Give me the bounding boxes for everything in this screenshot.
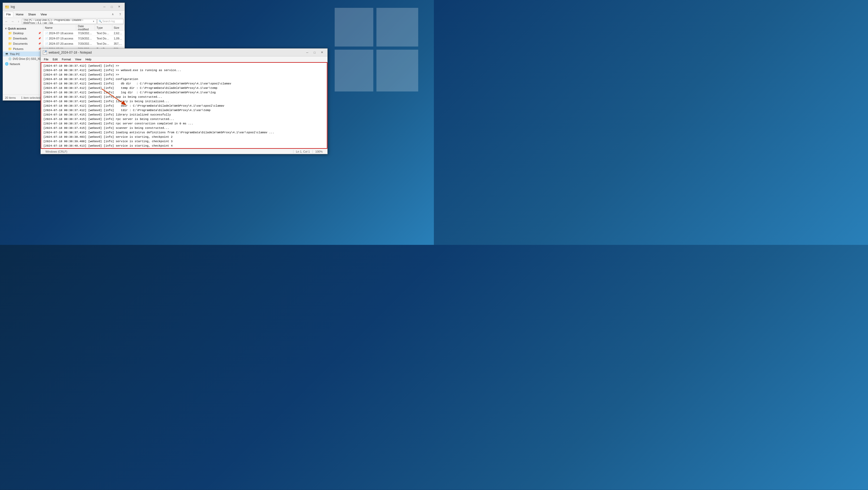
quick-access-header[interactable]: ∨ Quick access <box>3 26 43 31</box>
search-icon: 🔍 <box>99 20 102 23</box>
notepad-position: Ln 1, Col 1 <box>293 150 312 153</box>
nav-up-button[interactable]: ↑ <box>16 19 21 24</box>
sidebar-downloads-label: Downloads <box>13 37 27 40</box>
column-header-date[interactable]: Date modified <box>76 25 95 30</box>
file-date-2: 7/19/2024 11:59 ... <box>76 37 95 40</box>
notepad-menubar: File Edit Format View Help <box>41 56 328 62</box>
svg-rect-5 <box>5 6 9 8</box>
pictures-folder-icon: 📁 <box>8 47 12 51</box>
ribbon-tab-file[interactable]: File <box>4 12 13 17</box>
svg-rect-6 <box>5 6 7 6</box>
notepad-zoom: 100% <box>312 150 325 153</box>
file-row-2[interactable]: 📄2024-07-19.access 7/19/2024 11:59 ... T… <box>43 36 125 41</box>
this-pc-icon: 💻 <box>5 52 9 56</box>
file-name-2: 📄2024-07-19.access <box>43 37 76 40</box>
notepad-menu-help[interactable]: Help <box>83 57 93 61</box>
notepad-window-controls: ─ □ ✕ <box>304 50 325 55</box>
search-box[interactable]: 🔍 Search log <box>97 19 123 24</box>
svg-marker-2 <box>335 50 373 91</box>
sidebar-item-pictures[interactable]: 📁 Pictures 📌 <box>3 46 43 52</box>
explorer-ribbon: File Home Share View ∧ ? <box>3 11 125 18</box>
ribbon-expand-button[interactable]: ∧ <box>110 12 116 17</box>
search-placeholder: Search log <box>102 20 115 23</box>
file-type-3: Text Document <box>95 42 112 45</box>
dvd-drive-icon: 💿 <box>8 57 12 61</box>
pin-icon: 📌 <box>38 32 41 34</box>
chevron-down-icon: ∨ <box>5 27 7 30</box>
notepad-title: webavd_2024-07-18 - Notepad <box>49 51 304 54</box>
explorer-close-button[interactable]: ✕ <box>116 4 122 9</box>
notepad-titlebar: webavd_2024-07-18 - Notepad ─ □ ✕ <box>41 49 328 56</box>
sidebar-item-downloads[interactable]: 📁 Downloads 📌 <box>3 36 43 41</box>
sidebar-pictures-label: Pictures <box>13 47 24 51</box>
notepad-statusbar: Windows (CRLF) Ln 1, Col 1 100% <box>41 149 328 154</box>
sidebar-this-pc-label: This PC <box>10 53 20 56</box>
notepad-menu-edit[interactable]: Edit <box>51 57 60 61</box>
explorer-titlebar: log ─ □ ✕ <box>3 3 125 11</box>
file-size-2: 1,092,870 ... <box>112 37 125 40</box>
ribbon-tab-share[interactable]: Share <box>26 12 38 17</box>
filelist-header: Name Date modified Type Size <box>43 25 125 31</box>
status-item-count: 20 items <box>5 96 16 99</box>
address-path-bar[interactable]: This PC › Local Disk (C:) › ProgramData … <box>22 19 97 24</box>
breadcrumb: This PC › Local Disk (C:) › ProgramData … <box>23 19 92 24</box>
sidebar-item-network[interactable]: 🌐 Network <box>3 61 43 66</box>
file-date-3: 7/20/2024 11:59 ... <box>76 42 95 45</box>
file-size-1: 2,627,004 ... <box>112 32 125 35</box>
nav-back-button[interactable]: ← <box>4 19 9 24</box>
ribbon-tab-view[interactable]: View <box>38 12 49 17</box>
svg-marker-3 <box>376 50 418 91</box>
nav-forward-button[interactable]: → <box>10 19 15 24</box>
dropdown-arrow: ▾ <box>93 20 94 23</box>
windows-logo-decoration <box>335 8 418 92</box>
file-row-1[interactable]: 📄2024-07-18.access 7/19/2024 12:00 ... T… <box>43 31 125 36</box>
documents-pin-icon: 📌 <box>38 42 41 45</box>
ribbon-help-button[interactable]: ? <box>117 12 123 17</box>
svg-marker-1 <box>376 8 418 47</box>
sidebar-item-dvd[interactable]: 💿 DVD Drive (D:) SSS_XE <box>3 56 43 61</box>
downloads-folder-icon: 📁 <box>8 36 12 40</box>
sidebar-documents-label: Documents <box>13 42 28 45</box>
notepad-text-area[interactable]: [2024-07-18 00:38:37.412] [webavd] [info… <box>41 62 328 149</box>
notepad-close-button[interactable]: ✕ <box>318 50 325 55</box>
sidebar-desktop-label: Desktop <box>13 32 24 35</box>
notepad-maximize-button[interactable]: □ <box>311 50 318 55</box>
notepad-app-icon <box>43 51 47 55</box>
file-date-1: 7/19/2024 12:00 ... <box>76 32 95 35</box>
explorer-title: log <box>11 5 101 9</box>
explorer-window-controls: ─ □ ✕ <box>101 4 122 9</box>
file-type-1: Text Document <box>95 32 112 35</box>
file-type-2: Text Document <box>95 37 112 40</box>
explorer-maximize-button[interactable]: □ <box>108 4 115 9</box>
quick-access-label: Quick access <box>8 27 26 30</box>
sidebar-item-this-pc[interactable]: 💻 This PC <box>3 52 43 56</box>
explorer-sidebar: ∨ Quick access 📁 Desktop 📌 📁 Downloads 📌… <box>3 25 43 95</box>
file-name-3: 📄2024-07-20.access <box>43 42 76 45</box>
file-name-1: 📄2024-07-18.access <box>43 32 76 35</box>
svg-marker-0 <box>335 8 373 47</box>
column-header-size[interactable]: Size <box>112 25 125 30</box>
explorer-minimize-button[interactable]: ─ <box>101 4 108 9</box>
status-selection: 1 item selected <box>21 96 40 99</box>
network-icon: 🌐 <box>5 62 9 66</box>
file-size-3: 357,230 KB <box>112 42 125 45</box>
notepad-minimize-button[interactable]: ─ <box>304 50 311 55</box>
file-row-3[interactable]: 📄2024-07-20.access 7/20/2024 11:59 ... T… <box>43 41 125 46</box>
explorer-addressbar: ← → ↑ This PC › Local Disk (C:) › Progra… <box>3 18 125 25</box>
svg-rect-11 <box>45 51 46 52</box>
notepad-menu-file[interactable]: File <box>42 57 51 61</box>
documents-folder-icon: 📁 <box>8 42 12 46</box>
column-header-name[interactable]: Name <box>43 25 76 30</box>
sidebar-item-desktop[interactable]: 📁 Desktop 📌 <box>3 31 43 36</box>
notepad-window: webavd_2024-07-18 - Notepad ─ □ ✕ File E… <box>40 48 328 154</box>
notepad-menu-view[interactable]: View <box>73 57 84 61</box>
ribbon-tab-home[interactable]: Home <box>14 12 26 17</box>
notepad-menu-format[interactable]: Format <box>60 57 73 61</box>
sidebar-item-documents[interactable]: 📁 Documents 📌 <box>3 41 43 46</box>
column-header-type[interactable]: Type <box>95 25 112 30</box>
explorer-app-icon <box>5 5 9 9</box>
sidebar-network-label: Network <box>10 62 20 66</box>
sidebar-dvd-label: DVD Drive (D:) SSS_XE <box>13 57 41 60</box>
notepad-encoding: Windows (CRLF) <box>43 150 70 153</box>
desktop-folder-icon: 📁 <box>8 31 12 35</box>
